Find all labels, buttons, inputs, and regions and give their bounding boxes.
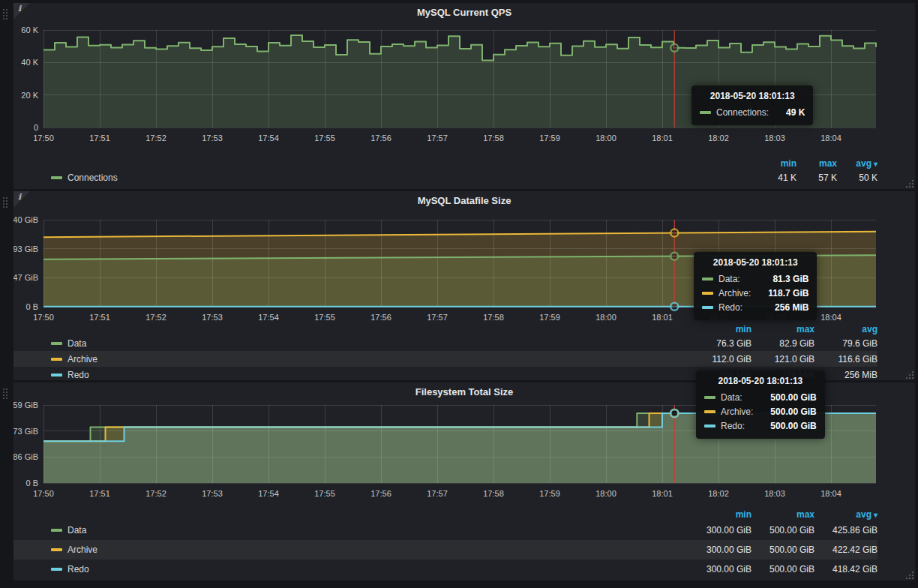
series-color-dash-icon	[704, 410, 716, 413]
drag-dot	[3, 9, 4, 10]
x-axis-tick-label: 18:04	[820, 134, 842, 142]
tooltip-series-label: Redo:	[718, 302, 742, 313]
legend-sort-avg[interactable]: avg▾	[837, 158, 878, 169]
legend-stat-max-value: 500.00 GiB	[752, 525, 814, 536]
drag-handle-icon[interactable]	[3, 388, 8, 399]
x-axis-tick-label: 18:02	[708, 134, 729, 142]
x-axis-tick-label: 17:50	[33, 134, 54, 142]
x-axis-tick-label: 18:02	[708, 489, 729, 498]
legend-series-name: Redo	[68, 370, 89, 380]
legend-sort-max[interactable]: max	[796, 158, 837, 169]
tooltip-series-label: Archive:	[718, 288, 751, 298]
legend-row: Connections41 K57 K50 K	[14, 170, 878, 186]
panel-title[interactable]: MySQL Current QPS	[14, 3, 915, 20]
legend-sort-avg[interactable]: avg	[814, 324, 878, 334]
legend-series-toggle[interactable]: Data	[51, 338, 688, 349]
legend-series-toggle[interactable]: Redo	[51, 564, 688, 574]
y-axis-tick-label: 47 GiB	[14, 273, 38, 282]
info-icon[interactable]: i	[18, 4, 21, 14]
series-color-dash-icon	[700, 111, 711, 114]
legend-sort-max[interactable]: max	[752, 509, 814, 520]
legend-stat-max-value: 500.00 GiB	[752, 544, 814, 555]
tooltip-series-label: Connections:	[716, 107, 769, 118]
drag-dot	[3, 15, 4, 16]
legend-series-toggle[interactable]: Data	[51, 525, 688, 536]
legend-series-toggle[interactable]: Connections	[51, 172, 756, 183]
tooltip-series-row: Redo:256 MiB	[702, 300, 808, 314]
panel-info-corner[interactable]	[14, 3, 30, 20]
panel-resize-grip-icon[interactable]	[906, 572, 914, 579]
legend-sort-max[interactable]: max	[752, 324, 814, 334]
tooltip-series-value: 500.00 GiB	[770, 406, 816, 417]
x-axis-tick-label: 17:56	[370, 134, 392, 142]
legend-series-name: Connections	[68, 172, 118, 183]
x-axis-tick-label: 17:52	[146, 134, 166, 142]
x-axis-tick-label: 18:01	[652, 313, 673, 322]
x-axis-tick-label: 17:55	[314, 313, 335, 322]
legend-stat-min-value: 300.00 GiB	[688, 564, 752, 574]
legend: minmaxavg▾Connections41 K57 K50 K	[14, 158, 915, 186]
legend-stat-avg-value: 425.86 GiB	[814, 525, 878, 536]
x-axis-tick-label: 17:58	[483, 313, 504, 322]
legend-sort-min[interactable]: min	[688, 324, 752, 334]
hover-point-data	[670, 253, 678, 260]
legend-sort-max-label: max	[796, 509, 814, 520]
panel-title[interactable]: MySQL Datafile Size	[14, 191, 915, 208]
info-icon[interactable]: i	[18, 192, 21, 202]
drag-dot	[6, 15, 8, 16]
series-color-dash-icon	[51, 358, 62, 361]
sort-caret-icon: ▾	[874, 160, 878, 168]
legend-sort-min[interactable]: min	[756, 158, 796, 169]
tooltip-timestamp: 2018-05-20 18:01:13	[700, 91, 805, 101]
panel-info-corner[interactable]	[14, 191, 30, 208]
hover-point-redo	[670, 410, 678, 417]
x-axis-tick-label: 17:55	[314, 134, 335, 142]
drag-dot	[6, 9, 8, 10]
legend-series-toggle[interactable]: Redo	[51, 370, 688, 380]
legend-sort-avg[interactable]: avg▾	[814, 509, 878, 520]
x-axis-tick-label: 18:03	[764, 489, 785, 498]
drag-dot	[6, 18, 8, 20]
tooltip-series-label: Archive:	[721, 406, 753, 417]
y-axis-tick-label: 559 GiB	[14, 400, 38, 410]
drag-dot	[3, 200, 4, 202]
tooltip-series-row: Archive:118.7 GiB	[702, 286, 808, 300]
drag-dot	[3, 197, 4, 199]
legend-stats-header: minmaxavg▾	[14, 158, 878, 170]
drag-handle-icon[interactable]	[3, 197, 8, 208]
drag-dot	[3, 12, 4, 14]
x-axis-tick-label: 17:55	[314, 489, 335, 498]
x-axis-tick-label: 17:59	[539, 134, 560, 142]
x-axis-tick-label: 17:54	[258, 134, 279, 142]
legend-stat-avg-value: 422.42 GiB	[814, 544, 878, 555]
tooltip-series-value: 81.3 GiB	[772, 274, 808, 284]
x-axis-tick-label: 18:00	[596, 313, 616, 322]
drag-dot	[6, 394, 8, 396]
series-color-dash-icon	[704, 396, 716, 399]
y-axis-tick-label: 140 GiB	[14, 215, 38, 224]
series-color-dash-icon	[51, 374, 62, 376]
x-axis-tick-label: 17:56	[370, 313, 392, 322]
y-axis-tick-label: 0	[34, 123, 38, 132]
series-color-dash-icon	[702, 278, 713, 280]
drag-dot	[3, 394, 4, 396]
tooltip-series-value: 256 MiB	[775, 302, 808, 313]
hover-point-archive	[670, 230, 678, 237]
sort-caret-icon: ▾	[874, 511, 878, 519]
x-axis-tick-label: 18:03	[764, 134, 785, 142]
panel-resize-grip-icon[interactable]	[906, 180, 914, 188]
x-axis-tick-label: 17:58	[483, 134, 504, 142]
legend-row: Data76.3 GiB82.9 GiB79.6 GiB	[14, 335, 878, 351]
x-axis-tick-label: 17:53	[202, 489, 223, 498]
y-axis-tick-label: 60 K	[21, 26, 38, 34]
legend-series-toggle[interactable]: Archive	[51, 544, 688, 555]
y-axis-tick-label: 93 GiB	[14, 244, 38, 254]
legend-stat-min-value: 41 K	[756, 172, 796, 183]
legend-series-name: Redo	[68, 564, 89, 574]
legend-series-toggle[interactable]: Archive	[51, 354, 688, 364]
drag-handle-icon[interactable]	[3, 9, 8, 20]
panel-resize-grip-icon[interactable]	[906, 371, 914, 379]
legend-stats-header: minmaxavg	[14, 323, 878, 335]
y-axis-tick-label: 20 K	[21, 91, 38, 100]
legend-sort-min[interactable]: min	[688, 509, 752, 520]
